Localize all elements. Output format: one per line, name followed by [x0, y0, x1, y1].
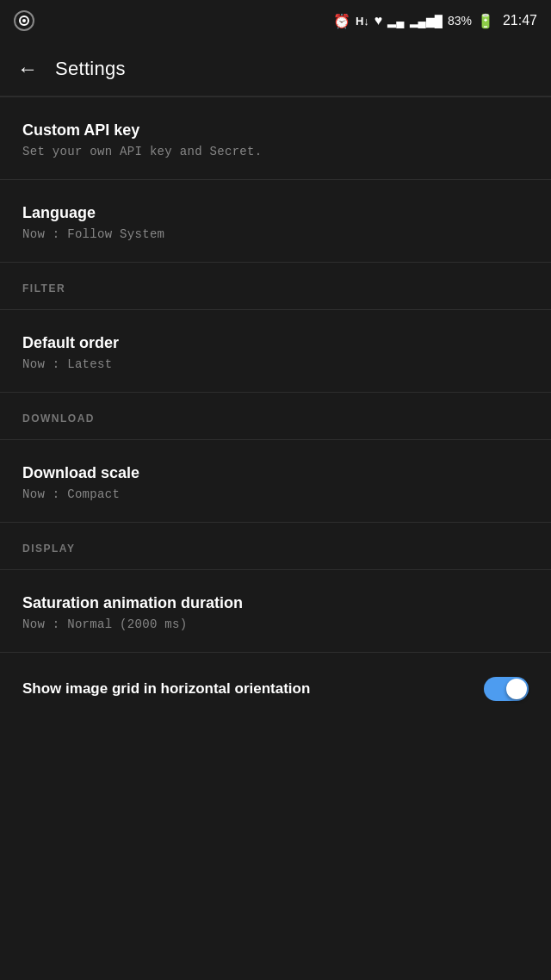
- back-arrow-icon: ←: [17, 57, 38, 81]
- setting-item-default-order[interactable]: Default order Now : Latest: [0, 310, 551, 392]
- download-section-header: DOWNLOAD: [0, 393, 551, 439]
- app-bar: ← Settings: [0, 41, 551, 96]
- saturation-animation-subtitle: Now : Normal (2000 ms): [22, 617, 529, 631]
- custom-api-key-title: Custom API key: [22, 121, 529, 140]
- saturation-animation-title: Saturation animation duration: [22, 594, 529, 612]
- alarm-icon: ⏰: [333, 13, 350, 29]
- toggle-knob: [506, 679, 527, 699]
- filter-section-label: FILTER: [22, 282, 65, 295]
- default-order-subtitle: Now : Latest: [22, 357, 529, 371]
- data-h-icon: H↓: [356, 15, 369, 28]
- status-bar: ⏰ H↓ ♥ ▂▄ ▂▄▆█ 83% 🔋 21:47: [0, 0, 551, 41]
- back-button[interactable]: ←: [17, 57, 38, 81]
- signal-icon-2: ▂▄▆█: [410, 15, 443, 28]
- show-image-grid-title: Show image grid in horizontal orientatio…: [22, 680, 484, 698]
- download-scale-subtitle: Now : Compact: [22, 487, 529, 501]
- heart-icon: ♥: [375, 13, 383, 28]
- setting-item-custom-api-key[interactable]: Custom API key Set your own API key and …: [0, 97, 551, 179]
- default-order-title: Default order: [22, 334, 529, 352]
- setting-item-language[interactable]: Language Now : Follow System: [0, 180, 551, 262]
- settings-content: Custom API key Set your own API key and …: [0, 97, 551, 722]
- setting-item-show-image-grid[interactable]: Show image grid in horizontal orientatio…: [0, 653, 551, 722]
- setting-item-saturation-animation[interactable]: Saturation animation duration Now : Norm…: [0, 570, 551, 652]
- display-section-header: DISPLAY: [0, 523, 551, 569]
- language-subtitle: Now : Follow System: [22, 227, 529, 241]
- battery-percentage: 83%: [448, 14, 472, 28]
- download-scale-title: Download scale: [22, 464, 529, 482]
- battery-icon: 🔋: [477, 13, 494, 29]
- language-title: Language: [22, 204, 529, 222]
- status-bar-left: [14, 10, 34, 31]
- page-title: Settings: [55, 58, 126, 80]
- svg-point-2: [22, 19, 26, 22]
- status-time: 21:47: [503, 13, 537, 28]
- setting-item-download-scale[interactable]: Download scale Now : Compact: [0, 440, 551, 522]
- show-image-grid-toggle[interactable]: [484, 677, 529, 701]
- download-section-label: DOWNLOAD: [22, 412, 95, 425]
- display-section-label: DISPLAY: [22, 543, 75, 555]
- signal-icon-1: ▂▄: [387, 15, 404, 28]
- custom-api-key-subtitle: Set your own API key and Secret.: [22, 145, 529, 158]
- filter-section-header: FILTER: [0, 263, 551, 309]
- status-bar-right: ⏰ H↓ ♥ ▂▄ ▂▄▆█ 83% 🔋 21:47: [333, 13, 537, 29]
- app-icon: [14, 10, 34, 31]
